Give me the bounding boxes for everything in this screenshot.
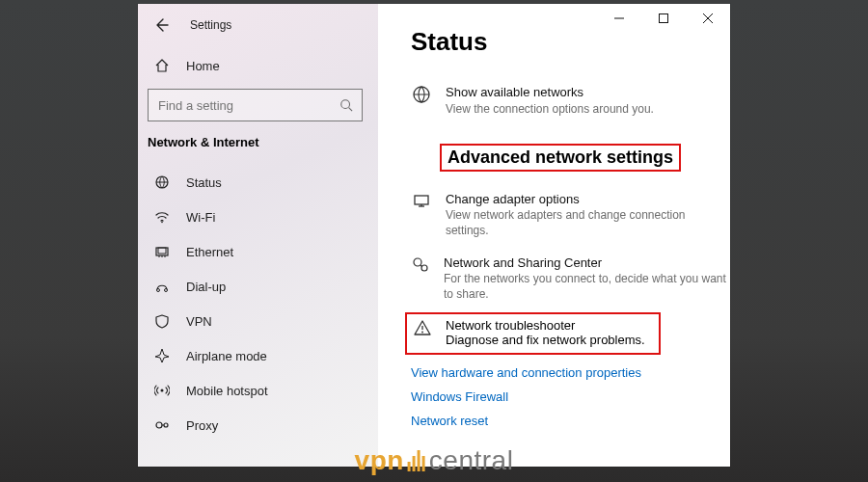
sidebar-item-label: VPN [186,314,212,329]
svg-point-0 [341,100,350,109]
sidebar-home[interactable]: Home [138,48,378,83]
main-content: Status Show available networks View the … [378,4,730,467]
option-desc: View network adapters and change connect… [446,207,730,238]
arrow-left-icon [153,17,169,33]
option-title: Network troubleshooter [446,318,645,333]
sidebar-item-hotspot[interactable]: Mobile hotspot [138,373,378,408]
option-desc: For the networks you connect to, decide … [444,271,730,302]
option-change-adapter[interactable]: Change adapter options View network adap… [378,185,730,249]
wifi-icon [153,209,171,225]
back-button[interactable] [153,17,169,33]
sidebar-item-proxy[interactable]: Proxy [138,408,378,442]
svg-point-8 [161,389,164,392]
sidebar-item-wifi[interactable]: Wi-Fi [138,200,378,234]
proxy-icon [153,417,171,433]
search-icon [331,98,362,112]
option-desc: View the connection options around you. [446,101,654,117]
sharing-icon [411,254,430,275]
svg-point-20 [414,258,421,266]
svg-rect-17 [415,196,428,204]
option-network-troubleshooter[interactable]: Network troubleshooter Diagnose and fix … [405,312,661,355]
settings-window: Settings Home Network & Internet Status [138,4,730,467]
option-title: Show available networks [446,84,654,101]
ethernet-icon [153,244,171,259]
svg-point-21 [421,265,427,271]
warning-icon [413,318,432,337]
sidebar-item-label: Proxy [186,418,218,433]
svg-point-6 [157,289,160,292]
option-desc: Diagnose and fix network problems. [446,333,645,347]
sidebar-item-label: Airplane mode [186,349,267,363]
home-icon [153,58,171,73]
sidebar-item-label: Ethernet [186,245,233,259]
watermark: vpn central [355,445,514,476]
vpn-icon [153,313,171,329]
sidebar-item-label: Dial-up [186,280,226,294]
link-windows-firewall[interactable]: Windows Firewall [378,385,730,409]
sidebar-item-status[interactable]: Status [138,165,378,200]
option-show-available-networks[interactable]: Show available networks View the connect… [378,78,730,126]
globe-icon [411,84,432,104]
window-controls [597,4,730,33]
option-title: Network and Sharing Center [444,254,730,272]
watermark-right: central [429,445,514,476]
sidebar: Settings Home Network & Internet Status [138,4,378,467]
hotspot-icon [153,383,171,398]
maximize-icon [659,13,668,23]
sidebar-item-ethernet[interactable]: Ethernet [138,234,378,269]
minimize-icon [614,13,624,23]
sidebar-items: Status Wi-Fi Ethernet Dial-up VPN [138,159,378,442]
sidebar-item-dialup[interactable]: Dial-up [138,269,378,304]
close-icon [703,13,713,23]
svg-line-1 [349,108,353,112]
sidebar-item-label: Status [186,175,222,190]
page-background: Settings Home Network & Internet Status [0,0,868,482]
sidebar-item-label: Wi-Fi [186,210,215,225]
option-sharing-center[interactable]: Network and Sharing Center For the netwo… [378,249,730,312]
svg-point-3 [161,222,163,224]
svg-point-24 [421,331,423,333]
sidebar-home-label: Home [186,59,220,73]
link-hardware-properties[interactable]: View hardware and connection properties [378,361,730,385]
watermark-bars-icon [408,450,425,471]
search-input[interactable] [149,98,331,113]
svg-rect-5 [158,248,166,254]
link-network-reset[interactable]: Network reset [378,409,730,433]
airplane-icon [153,348,171,363]
dialup-icon [153,279,171,294]
sidebar-header: Settings [138,4,378,46]
svg-point-7 [165,289,168,292]
option-title: Change adapter options [446,191,730,208]
svg-point-9 [156,422,162,428]
sidebar-item-vpn[interactable]: VPN [138,304,378,338]
watermark-left: vpn [355,445,404,476]
maximize-button[interactable] [641,4,686,33]
search-box[interactable] [148,89,363,121]
svg-point-10 [164,423,168,427]
adapter-icon [411,191,432,211]
window-title: Settings [190,18,231,32]
sidebar-item-airplane[interactable]: Airplane mode [138,338,378,373]
status-icon [153,174,171,190]
section-advanced-heading: Advanced network settings [440,144,681,172]
minimize-button[interactable] [597,4,641,33]
close-button[interactable] [686,4,730,33]
sidebar-category: Network & Internet [138,135,378,159]
sidebar-item-label: Mobile hotspot [186,384,268,398]
svg-rect-13 [660,14,668,23]
